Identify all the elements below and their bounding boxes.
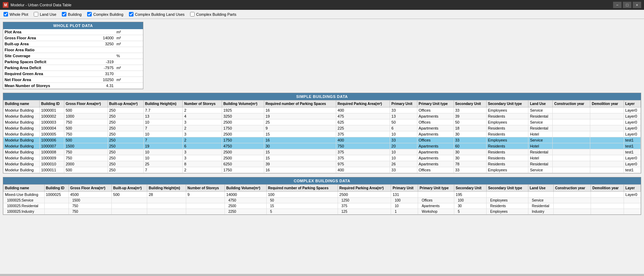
checkbox-land-use-input[interactable] — [34, 12, 38, 17]
col-dem-year: Demolition year — [590, 100, 624, 107]
col-gfa: Gross Floor Area(m²) — [64, 100, 108, 107]
site-cov-value — [80, 53, 115, 59]
parking-area-label: Parking Area Deficit — [3, 65, 80, 71]
checkbox-building[interactable]: Building — [62, 12, 82, 17]
gfa-unit: m² — [115, 35, 143, 41]
plot-area-label: Plot Area — [3, 29, 80, 35]
table-row: Modelur Building100001020002502586250399… — [4, 161, 641, 167]
checkbox-complex-building-land-uses[interactable]: Complex Building Land Uses — [129, 12, 184, 17]
simple-buildings-body: Modelur Building10000015002507.721925164… — [4, 107, 641, 173]
col-height: Building Height(m) — [143, 100, 182, 107]
net-floor-label: Net Floor Area — [3, 77, 80, 83]
table-row: Parking Area Deficit -7975 m² — [3, 65, 143, 71]
gfa-label: Gross Floor Area — [3, 35, 80, 41]
table-row: Mean Number of Storeys 4.31 — [3, 83, 143, 89]
checkbox-land-use[interactable]: Land Use — [34, 12, 56, 17]
col-sec-unit: Secondary Unit — [454, 185, 487, 192]
col-volume: Building Volume(m³) — [222, 100, 264, 107]
col-storeys: Number of Storeys — [183, 100, 222, 107]
mean-storeys-unit — [115, 83, 143, 89]
simple-buildings-section: SIMPLE BUILDINGS DATA Building name Buil… — [3, 93, 641, 173]
table-row: Modelur Building100000450025072175092256… — [4, 125, 641, 131]
plot-area-value — [80, 29, 115, 35]
minimize-button[interactable]: − — [613, 2, 622, 8]
table-row: Site Coverage % — [3, 53, 143, 59]
site-cov-unit: % — [115, 53, 143, 59]
col-prim-unit: Primary Unit — [391, 185, 418, 192]
mean-storeys-label: Mean Number of Storeys — [3, 83, 80, 89]
col-prim-unit: Primary Unit — [390, 100, 417, 107]
checkbox-whole-plot[interactable]: Whole Plot — [4, 12, 28, 17]
table-row: 1000025:Service15004750501250100Offices1… — [4, 198, 641, 203]
bua-label: Built-up Area — [3, 41, 80, 47]
col-building-name: Building name — [4, 185, 45, 192]
table-row: Net Floor Area 10250 m² — [3, 77, 143, 83]
col-building-id: Building ID — [44, 185, 69, 192]
col-building-name: Building name — [4, 100, 40, 107]
complex-buildings-section: COMPLEX BUILDINGS DATA Building name Bui… — [3, 177, 641, 215]
checkbox-complex-building-parts[interactable]: Complex Building Parts — [190, 12, 236, 17]
checkbox-complex-building-input[interactable] — [87, 12, 92, 17]
main-content: WHOLE PLOT DATA Plot Area m² Gross Floor… — [0, 19, 644, 274]
window-title: Modelur - Urban Control Data Table — [11, 3, 71, 7]
table-row: Parking Spaces Deficit -319 — [3, 59, 143, 65]
parking-deficit-unit — [115, 59, 143, 65]
col-volume: Building Volume(m³) — [225, 185, 266, 192]
col-land-use: Land Use — [528, 100, 553, 107]
checkbox-complex-building[interactable]: Complex Building — [87, 12, 123, 17]
col-sec-unit: Secondary Unit — [454, 100, 486, 107]
col-park-spaces: Required number of Parking Spaces — [264, 100, 336, 107]
col-land-use: Land Use — [528, 185, 553, 192]
checkbox-whole-plot-input[interactable] — [4, 12, 8, 17]
table-row: Modelur Building100000975025010325001537… — [4, 155, 641, 161]
site-cov-label: Site Coverage — [3, 53, 80, 59]
app-icon-letter: M — [4, 3, 7, 7]
table-row: Modelur Building100000210002501343250194… — [4, 113, 641, 119]
green-area-value: 3170 — [80, 71, 115, 77]
col-building-id: Building ID — [39, 100, 64, 107]
table-row: Modelur Building100000650025072175016400… — [4, 137, 641, 143]
col-sec-type: Secondary Unit type — [487, 185, 528, 192]
checkbox-complex-building-parts-input[interactable] — [190, 12, 195, 17]
col-sec-type: Secondary Unit type — [486, 100, 528, 107]
gfa-value: 14000 — [80, 35, 115, 41]
complex-buildings-body: Mixed-Use Building1000025450050028914000… — [4, 192, 641, 215]
col-layer: Layer — [624, 185, 641, 192]
simple-buildings-header: SIMPLE BUILDINGS DATA — [3, 93, 641, 100]
table-row: Gross Floor Area 14000 m² — [3, 35, 143, 41]
table-header-row: Building name Building ID Gross Floor Ar… — [4, 185, 641, 192]
parking-area-value: -7975 — [80, 65, 115, 71]
parking-deficit-label: Parking Spaces Deficit — [3, 59, 80, 65]
far-unit — [115, 47, 143, 53]
parking-area-unit: m² — [115, 65, 143, 71]
col-prim-type: Primary Unit type — [417, 100, 454, 107]
col-gfa: Gross Floor Area(m²) — [69, 185, 111, 192]
col-bua: Built-up Area(m²) — [112, 185, 147, 192]
net-floor-unit: m² — [115, 77, 143, 83]
plot-area-unit: m² — [115, 29, 143, 35]
table-row: Modelur Building10000015002507.721925164… — [4, 107, 641, 113]
table-row: 1000025:Residental75025001537510Apartmen… — [4, 203, 641, 209]
whole-plot-section: WHOLE PLOT DATA Plot Area m² Gross Floor… — [3, 22, 143, 89]
complex-buildings-table: Building name Building ID Gross Floor Ar… — [3, 184, 641, 215]
col-park-spaces: Required number of Parking Spaces — [266, 185, 338, 192]
bua-value: 3250 — [80, 41, 115, 47]
col-prim-type: Primary Unit type — [418, 185, 454, 192]
checkbox-building-input[interactable] — [62, 12, 66, 17]
title-bar: M Modelur - Urban Control Data Table − □… — [0, 0, 644, 10]
table-row: Mixed-Use Building1000025450050028914000… — [4, 192, 641, 198]
mean-storeys-value: 4.31 — [80, 83, 115, 89]
close-button[interactable]: × — [633, 2, 641, 8]
col-layer: Layer — [624, 100, 640, 107]
green-area-label: Required Green Area — [3, 71, 80, 77]
checkbox-complex-building-land-uses-input[interactable] — [129, 12, 134, 17]
col-park-area: Required Parking Area(m²) — [338, 185, 391, 192]
table-row: Modelur Building100000875025010325001537… — [4, 149, 641, 155]
far-value — [80, 47, 115, 53]
table-row: Floor Area Ratio — [3, 47, 143, 53]
table-row: Plot Area m² — [3, 29, 143, 35]
title-bar-left: M Modelur - Urban Control Data Table — [3, 2, 71, 8]
table-row: Required Green Area 3170 — [3, 71, 143, 77]
col-bua: Built-up Area(m²) — [108, 100, 143, 107]
maximize-button[interactable]: □ — [623, 2, 631, 8]
